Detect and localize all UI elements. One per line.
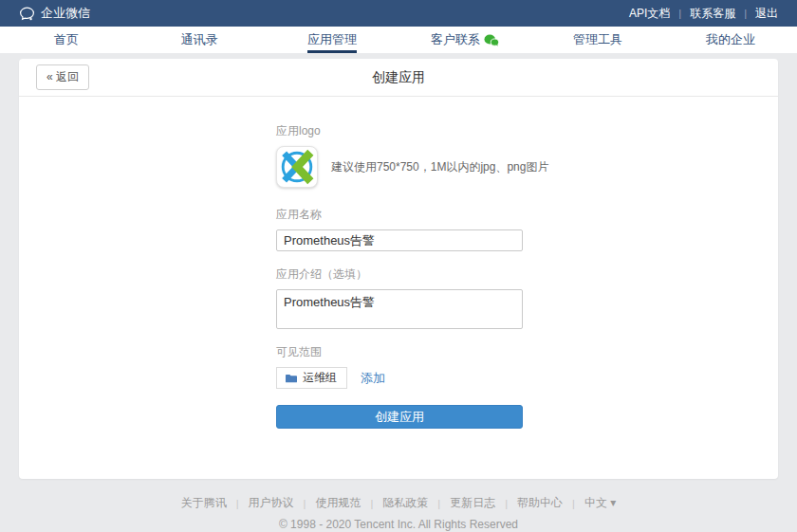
- brand-logo[interactable]: 企业微信: [19, 5, 90, 22]
- footer-links: 关于腾讯 | 用户协议 | 使用规范 | 隐私政策 | 更新日志 | 帮助中心 …: [0, 495, 797, 511]
- topbar: 企业微信 API文档 | 联系客服 | 退出: [0, 0, 797, 27]
- footer-link-privacy-policy[interactable]: 隐私政策: [382, 495, 428, 511]
- footer-link-usage-rules[interactable]: 使用规范: [315, 495, 361, 511]
- separator: |: [437, 498, 440, 509]
- app-name-input[interactable]: [276, 229, 523, 251]
- tab-customer-contact[interactable]: 客户联系: [398, 27, 531, 53]
- tab-home[interactable]: 首页: [0, 27, 133, 53]
- create-app-form: 应用logo 建议使用750*750，1M以内的jpg、png图片: [19, 97, 561, 429]
- logo-hint-text: 建议使用750*750，1M以内的jpg、png图片: [331, 159, 548, 175]
- folder-icon: [285, 373, 298, 384]
- card-header: « 返回 创建应用: [19, 59, 778, 97]
- footer-link-help-center[interactable]: 帮助中心: [517, 495, 563, 511]
- scope-group: 可见范围 运维组 添加: [276, 344, 561, 389]
- topbar-link-api-docs[interactable]: API文档: [629, 6, 670, 22]
- separator: |: [678, 8, 681, 19]
- app-name-label: 应用名称: [276, 207, 561, 223]
- separator: |: [572, 498, 575, 509]
- create-app-button[interactable]: 创建应用: [276, 405, 523, 429]
- visible-scope-label: 可见范围: [276, 344, 561, 360]
- tab-contacts[interactable]: 通讯录: [133, 27, 266, 53]
- footer-link-user-agreement[interactable]: 用户协议: [249, 495, 294, 511]
- scope-tag-label: 运维组: [303, 370, 337, 386]
- wechat-green-icon: [484, 34, 499, 46]
- app-logo-x-icon: [277, 147, 317, 187]
- app-description-label: 应用介绍（选填）: [276, 266, 561, 283]
- logo-group: 应用logo 建议使用750*750，1M以内的jpg、png图片: [276, 123, 561, 188]
- separator: |: [744, 8, 747, 19]
- app-logo-upload[interactable]: [276, 146, 318, 188]
- separator: |: [304, 498, 306, 509]
- page-title: 创建应用: [372, 69, 425, 86]
- add-scope-link[interactable]: 添加: [361, 370, 385, 387]
- separator: |: [370, 498, 373, 509]
- tab-my-company[interactable]: 我的企业: [664, 27, 797, 53]
- brand-name: 企业微信: [41, 5, 90, 22]
- footer-link-about-tencent[interactable]: 关于腾讯: [181, 495, 227, 511]
- logo-label: 应用logo: [276, 123, 561, 139]
- active-tab-underline: [307, 50, 357, 53]
- separator: |: [505, 498, 508, 509]
- tab-app-management[interactable]: 应用管理: [266, 27, 398, 53]
- main-nav: 首页 通讯录 应用管理 客户联系 管理工具 我的企业: [0, 27, 797, 53]
- main-content: « 返回 创建应用 应用logo: [19, 59, 778, 479]
- chat-bubble-icon: [19, 6, 35, 22]
- description-group: 应用介绍（选填） Prometheus告警: [276, 266, 561, 329]
- language-selector[interactable]: 中文 ▾: [584, 495, 616, 511]
- app-description-textarea[interactable]: Prometheus告警: [276, 289, 523, 329]
- create-app-card: « 返回 创建应用 应用logo: [19, 59, 778, 479]
- scope-tag-group[interactable]: 运维组: [276, 367, 347, 389]
- separator: |: [236, 498, 239, 509]
- page-footer: 关于腾讯 | 用户协议 | 使用规范 | 隐私政策 | 更新日志 | 帮助中心 …: [0, 479, 797, 531]
- topbar-links: API文档 | 联系客服 | 退出: [629, 6, 778, 22]
- tab-admin-tools[interactable]: 管理工具: [531, 27, 664, 53]
- footer-link-changelog[interactable]: 更新日志: [450, 495, 495, 511]
- name-group: 应用名称: [276, 207, 561, 251]
- topbar-link-contact-support[interactable]: 联系客服: [690, 6, 735, 22]
- back-button[interactable]: « 返回: [36, 64, 89, 90]
- copyright-text: © 1998 - 2020 Tencent Inc. All Rights Re…: [0, 518, 797, 531]
- topbar-link-logout[interactable]: 退出: [755, 6, 778, 22]
